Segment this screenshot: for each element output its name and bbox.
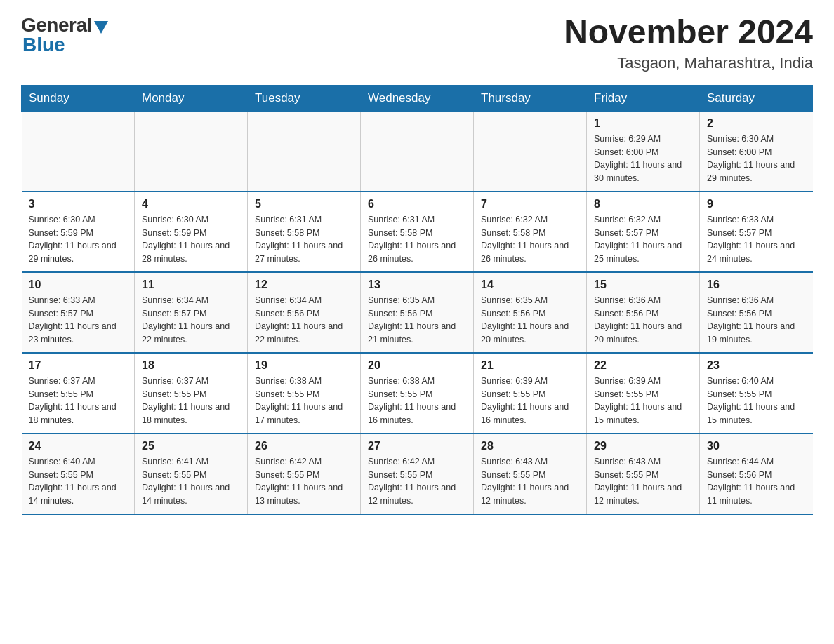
day-info: Sunrise: 6:37 AMSunset: 5:55 PMDaylight:… [29,375,128,427]
page-header: General Blue November 2024 Tasgaon, Maha… [21,14,813,72]
day-number: 22 [594,359,692,372]
day-number: 17 [29,359,128,372]
calendar-table: SundayMondayTuesdayWednesdayThursdayFrid… [21,85,813,515]
day-number: 15 [594,279,692,291]
calendar-week-row: 17Sunrise: 6:37 AMSunset: 5:55 PMDayligh… [22,353,813,434]
day-info: Sunrise: 6:34 AMSunset: 5:56 PMDaylight:… [255,294,353,347]
day-info: Sunrise: 6:32 AMSunset: 5:58 PMDaylight:… [481,213,579,266]
calendar-cell: 30Sunrise: 6:44 AMSunset: 5:56 PMDayligh… [700,434,813,514]
logo-blue-text: Blue [22,34,65,56]
calendar-cell: 23Sunrise: 6:40 AMSunset: 5:55 PMDayligh… [700,353,813,434]
day-info: Sunrise: 6:39 AMSunset: 5:55 PMDaylight:… [481,375,579,427]
day-number: 7 [481,198,579,210]
day-info: Sunrise: 6:31 AMSunset: 5:58 PMDaylight:… [255,213,353,266]
calendar-cell: 2Sunrise: 6:30 AMSunset: 6:00 PMDaylight… [700,111,813,192]
day-number: 27 [368,440,466,452]
day-info: Sunrise: 6:38 AMSunset: 5:55 PMDaylight:… [255,375,353,427]
calendar-cell: 24Sunrise: 6:40 AMSunset: 5:55 PMDayligh… [22,434,135,514]
calendar-cell: 1Sunrise: 6:29 AMSunset: 6:00 PMDaylight… [587,111,700,192]
calendar-cell [248,111,361,192]
day-of-week-header: Wednesday [361,85,474,111]
calendar-cell: 14Sunrise: 6:35 AMSunset: 5:56 PMDayligh… [474,272,587,353]
calendar-cell: 13Sunrise: 6:35 AMSunset: 5:56 PMDayligh… [361,272,474,353]
day-number: 8 [594,198,692,210]
calendar-cell [361,111,474,192]
day-number: 14 [481,279,579,291]
day-info: Sunrise: 6:36 AMSunset: 5:56 PMDaylight:… [594,294,692,347]
day-number: 18 [142,359,240,372]
day-info: Sunrise: 6:34 AMSunset: 5:57 PMDaylight:… [142,294,240,347]
day-info: Sunrise: 6:35 AMSunset: 5:56 PMDaylight:… [368,294,466,347]
day-info: Sunrise: 6:41 AMSunset: 5:55 PMDaylight:… [142,455,240,508]
day-number: 10 [29,279,128,291]
day-number: 25 [142,440,240,452]
day-info: Sunrise: 6:36 AMSunset: 5:56 PMDaylight:… [707,294,806,347]
day-number: 21 [481,359,579,372]
logo: General Blue [21,14,108,56]
calendar-cell: 25Sunrise: 6:41 AMSunset: 5:55 PMDayligh… [135,434,248,514]
calendar-cell [474,111,587,192]
day-number: 11 [142,279,240,291]
day-info: Sunrise: 6:33 AMSunset: 5:57 PMDaylight:… [707,213,806,266]
day-number: 13 [368,279,466,291]
day-info: Sunrise: 6:37 AMSunset: 5:55 PMDaylight:… [142,375,240,427]
day-number: 28 [481,440,579,452]
calendar-cell: 9Sunrise: 6:33 AMSunset: 5:57 PMDaylight… [700,192,813,272]
day-of-week-header: Monday [135,85,248,111]
day-of-week-header: Tuesday [248,85,361,111]
calendar-cell [135,111,248,192]
day-info: Sunrise: 6:33 AMSunset: 5:57 PMDaylight:… [29,294,128,347]
calendar-cell: 10Sunrise: 6:33 AMSunset: 5:57 PMDayligh… [22,272,135,353]
calendar-cell: 26Sunrise: 6:42 AMSunset: 5:55 PMDayligh… [248,434,361,514]
calendar-body: 1Sunrise: 6:29 AMSunset: 6:00 PMDaylight… [22,111,813,514]
day-number: 12 [255,279,353,291]
day-of-week-header: Friday [587,85,700,111]
day-info: Sunrise: 6:31 AMSunset: 5:58 PMDaylight:… [368,213,466,266]
day-info: Sunrise: 6:30 AMSunset: 5:59 PMDaylight:… [142,213,240,266]
day-number: 9 [707,198,806,210]
day-info: Sunrise: 6:40 AMSunset: 5:55 PMDaylight:… [707,375,806,427]
day-number: 2 [707,117,806,130]
calendar-week-row: 10Sunrise: 6:33 AMSunset: 5:57 PMDayligh… [22,272,813,353]
day-number: 4 [142,198,240,210]
day-info: Sunrise: 6:30 AMSunset: 5:59 PMDaylight:… [29,213,128,266]
calendar-cell: 4Sunrise: 6:30 AMSunset: 5:59 PMDaylight… [135,192,248,272]
day-number: 23 [707,359,806,372]
month-title: November 2024 [564,14,813,51]
calendar-cell: 29Sunrise: 6:43 AMSunset: 5:55 PMDayligh… [587,434,700,514]
day-number: 29 [594,440,692,452]
day-info: Sunrise: 6:39 AMSunset: 5:55 PMDaylight:… [594,375,692,427]
day-number: 24 [29,440,128,452]
day-of-week-header: Thursday [474,85,587,111]
day-info: Sunrise: 6:40 AMSunset: 5:55 PMDaylight:… [29,455,128,508]
day-info: Sunrise: 6:43 AMSunset: 5:55 PMDaylight:… [594,455,692,508]
location-text: Tasgaon, Maharashtra, India [564,54,813,72]
day-number: 26 [255,440,353,452]
calendar-week-row: 3Sunrise: 6:30 AMSunset: 5:59 PMDaylight… [22,192,813,272]
day-info: Sunrise: 6:32 AMSunset: 5:57 PMDaylight:… [594,213,692,266]
calendar-cell: 20Sunrise: 6:38 AMSunset: 5:55 PMDayligh… [361,353,474,434]
day-number: 6 [368,198,466,210]
calendar-cell: 18Sunrise: 6:37 AMSunset: 5:55 PMDayligh… [135,353,248,434]
day-number: 1 [594,117,692,130]
calendar-cell: 5Sunrise: 6:31 AMSunset: 5:58 PMDaylight… [248,192,361,272]
title-area: November 2024 Tasgaon, Maharashtra, Indi… [564,14,813,72]
day-info: Sunrise: 6:43 AMSunset: 5:55 PMDaylight:… [481,455,579,508]
day-info: Sunrise: 6:38 AMSunset: 5:55 PMDaylight:… [368,375,466,427]
day-of-week-header: Saturday [700,85,813,111]
calendar-week-row: 1Sunrise: 6:29 AMSunset: 6:00 PMDaylight… [22,111,813,192]
day-info: Sunrise: 6:42 AMSunset: 5:55 PMDaylight:… [368,455,466,508]
calendar-cell: 16Sunrise: 6:36 AMSunset: 5:56 PMDayligh… [700,272,813,353]
day-number: 5 [255,198,353,210]
day-number: 16 [707,279,806,291]
header-row: SundayMondayTuesdayWednesdayThursdayFrid… [22,85,813,111]
calendar-cell: 15Sunrise: 6:36 AMSunset: 5:56 PMDayligh… [587,272,700,353]
calendar-header: SundayMondayTuesdayWednesdayThursdayFrid… [22,85,813,111]
day-number: 30 [707,440,806,452]
day-number: 20 [368,359,466,372]
calendar-cell: 22Sunrise: 6:39 AMSunset: 5:55 PMDayligh… [587,353,700,434]
calendar-cell: 8Sunrise: 6:32 AMSunset: 5:57 PMDaylight… [587,192,700,272]
calendar-cell: 11Sunrise: 6:34 AMSunset: 5:57 PMDayligh… [135,272,248,353]
logo-triangle-icon [94,21,108,34]
calendar-cell [22,111,135,192]
